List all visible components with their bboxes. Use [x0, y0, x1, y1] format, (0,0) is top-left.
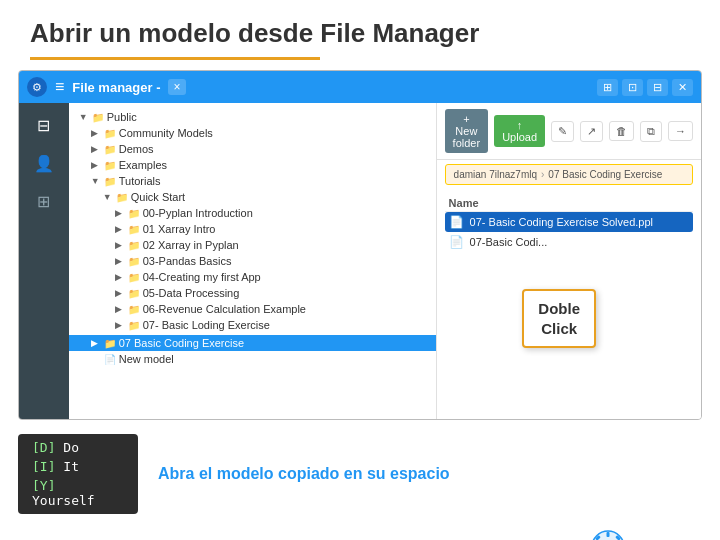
- doble-click-annotation: Doble Click: [522, 289, 596, 348]
- fm-breadcrumb: damian 7ilnaz7mlq › 07 Basic Coding Exer…: [445, 164, 693, 185]
- tree-label-04: 04-Creating my first App: [143, 271, 261, 283]
- fm-topbar: ⚙ ≡ File manager - × ⊞ ⊡ ⊟ ✕: [19, 71, 701, 103]
- title-underline: [30, 57, 320, 60]
- folder-icon-public: 📁: [92, 112, 104, 123]
- toggle-04: ▶: [115, 272, 125, 282]
- toggle-00: ▶: [115, 208, 125, 218]
- fm-tree: ▼ 📁 Public ▶ 📁 Community Models ▶ 📁 Demo…: [69, 103, 437, 420]
- file-item-0[interactable]: 📄 07- Basic Coding Exercise Solved.ppl: [445, 212, 693, 232]
- toggle-06: ▶: [115, 304, 125, 314]
- tree-label-00: 00-Pyplan Introduction: [143, 207, 253, 219]
- sidebar-icon-users[interactable]: 👤: [30, 149, 58, 177]
- edit-button[interactable]: ✎: [551, 121, 574, 142]
- folder-icon-04: 📁: [128, 272, 140, 283]
- folder-icon-07coding: 📁: [104, 338, 116, 349]
- tree-label-public: Public: [107, 111, 137, 123]
- tree-item-07coding[interactable]: ▶ 📁 07 Basic Coding Exercise: [69, 335, 436, 351]
- fm-content: ⊟ 👤 ⊞ ▼ 📁 Public ▶ 📁 Community Models ▶ …: [19, 103, 701, 420]
- tree-label-tutorials: Tutorials: [119, 175, 161, 187]
- tree-item-03[interactable]: ▶ 📁 03-Pandas Basics: [69, 253, 436, 269]
- tree-item-04[interactable]: ▶ 📁 04-Creating my first App: [69, 269, 436, 285]
- tree-label-quickstart: Quick Start: [131, 191, 185, 203]
- file-name-1: 07-Basic Codi...: [470, 236, 548, 248]
- tree-item-06[interactable]: ▶ 📁 06-Revenue Calculation Example: [69, 301, 436, 317]
- breadcrumb-user: damian 7ilnaz7mlq: [454, 169, 537, 180]
- doble-click-line2: Click: [541, 320, 577, 337]
- page-title: Abrir un modelo desde File Manager: [0, 0, 720, 57]
- topbar-btn-1[interactable]: ⊞: [597, 79, 618, 96]
- tree-item-05[interactable]: ▶ 📁 05-Data Processing: [69, 285, 436, 301]
- toggle-public: ▼: [79, 112, 89, 122]
- toggle-examples: ▶: [91, 160, 101, 170]
- svg-rect-3: [606, 532, 609, 537]
- move-button[interactable]: →: [668, 121, 693, 141]
- tree-label-community: Community Models: [119, 127, 213, 139]
- file-item-1[interactable]: 📄 07-Basic Codi...: [445, 232, 693, 252]
- tree-item-demos[interactable]: ▶ 📁 Demos: [69, 141, 436, 157]
- toggle-demos: ▶: [91, 144, 101, 154]
- fm-sidebar: ⊟ 👤 ⊞: [19, 103, 69, 420]
- diy-thumbnail: [D] Do [I] It [Y] Yourself: [18, 434, 138, 514]
- tree-item-community[interactable]: ▶ 📁 Community Models: [69, 125, 436, 141]
- breadcrumb-folder: 07 Basic Coding Exercise: [548, 169, 662, 180]
- folder-icon-00: 📁: [128, 208, 140, 219]
- fm-toolbar: + New folder ↑ Upload ✎ ↗ 🗑 ⧉ →: [437, 103, 701, 160]
- page-footer: Abrir un modelo Pyplan: [0, 524, 720, 540]
- file-icon-1: 📄: [449, 235, 464, 249]
- toggle-community: ▶: [91, 128, 101, 138]
- new-folder-button[interactable]: + New folder: [445, 109, 489, 153]
- tree-item-00[interactable]: ▶ 📁 00-Pyplan Introduction: [69, 205, 436, 221]
- upload-button[interactable]: ↑ Upload: [494, 115, 545, 147]
- doble-click-line1: Doble: [538, 300, 580, 317]
- folder-icon-community: 📁: [104, 128, 116, 139]
- file-icon-0: 📄: [449, 215, 464, 229]
- sidebar-icon-home[interactable]: ⊟: [30, 111, 58, 139]
- folder-icon-tutorials: 📁: [104, 176, 116, 187]
- tree-item-newmodel[interactable]: 📄 New model: [69, 351, 436, 367]
- folder-icon-demos: 📁: [104, 144, 116, 155]
- tree-item-public[interactable]: ▼ 📁 Public: [69, 109, 436, 125]
- tree-item-02[interactable]: ▶ 📁 02 Xarray in Pyplan: [69, 237, 436, 253]
- folder-icon-05: 📁: [128, 288, 140, 299]
- folder-icon-02: 📁: [128, 240, 140, 251]
- toggle-03: ▶: [115, 256, 125, 266]
- toggle-07coding: ▶: [91, 338, 101, 348]
- tree-label-newmodel: New model: [119, 353, 174, 365]
- pyplan-text: Pyplan: [631, 537, 690, 541]
- tree-label-06: 06-Revenue Calculation Example: [143, 303, 306, 315]
- folder-icon-06: 📁: [128, 304, 140, 315]
- bottom-section: [D] Do [I] It [Y] Yourself Abra el model…: [0, 424, 720, 524]
- folder-icon-quickstart: 📁: [116, 192, 128, 203]
- tree-item-01[interactable]: ▶ 📁 01 Xarray Intro: [69, 221, 436, 237]
- diy-line-1: [I] It: [32, 459, 79, 474]
- toggle-02: ▶: [115, 240, 125, 250]
- tree-label-07loding: 07- Basic Loding Exercise: [143, 319, 270, 331]
- toggle-05: ▶: [115, 288, 125, 298]
- menu-icon[interactable]: ≡: [55, 78, 64, 96]
- folder-icon-01: 📁: [128, 224, 140, 235]
- tree-label-05: 05-Data Processing: [143, 287, 240, 299]
- tree-label-01: 01 Xarray Intro: [143, 223, 216, 235]
- topbar-btn-4[interactable]: ✕: [672, 79, 693, 96]
- fm-title: File manager -: [72, 80, 160, 95]
- tree-item-07loding[interactable]: ▶ 📁 07- Basic Loding Exercise: [69, 317, 436, 333]
- share-button[interactable]: ↗: [580, 121, 603, 142]
- topbar-btn-3[interactable]: ⊟: [647, 79, 668, 96]
- fm-right: + New folder ↑ Upload ✎ ↗ 🗑 ⧉ → damian 7…: [437, 103, 701, 420]
- tree-item-tutorials[interactable]: ▼ 📁 Tutorials: [69, 173, 436, 189]
- file-name-0: 07- Basic Coding Exercise Solved.ppl: [470, 216, 653, 228]
- tree-item-examples[interactable]: ▶ 📁 Examples: [69, 157, 436, 173]
- tree-label-demos: Demos: [119, 143, 154, 155]
- delete-button[interactable]: 🗑: [609, 121, 634, 141]
- file-list-header: Name: [445, 193, 693, 212]
- toggle-07loding: ▶: [115, 320, 125, 330]
- tab-close-button[interactable]: ×: [168, 79, 185, 95]
- tree-item-quickstart[interactable]: ▼ 📁 Quick Start: [69, 189, 436, 205]
- copy-button[interactable]: ⧉: [640, 121, 662, 142]
- tree-label-02: 02 Xarray in Pyplan: [143, 239, 239, 251]
- tree-label-07coding: 07 Basic Coding Exercise: [119, 337, 244, 349]
- sidebar-icon-grid[interactable]: ⊞: [30, 187, 58, 215]
- tree-label-examples: Examples: [119, 159, 167, 171]
- folder-icon-newmodel: 📄: [104, 354, 116, 365]
- topbar-btn-2[interactable]: ⊡: [622, 79, 643, 96]
